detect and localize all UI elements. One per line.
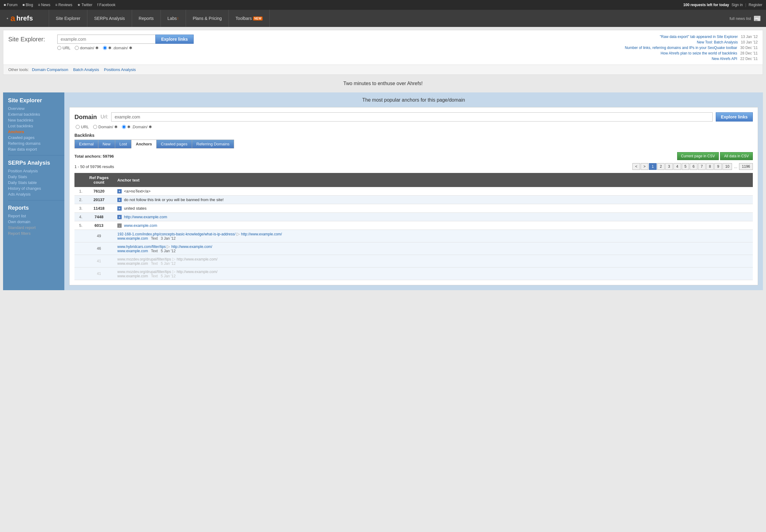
news-link-1[interactable]: "Raw data export" tab appeared in Site E… [660, 35, 738, 39]
page-7[interactable]: 7 [698, 163, 706, 170]
page-5[interactable]: 5 [682, 163, 689, 170]
sub-url-1[interactable]: 192-168-1.com/index.php/concepts-basic-k… [117, 232, 236, 236]
sidebar-item-standard-report[interactable]: Standard report [8, 225, 64, 230]
page-9[interactable]: 9 [714, 163, 722, 170]
sidebar-item-daily-stats[interactable]: Daily Stats [8, 174, 64, 180]
radio-domain[interactable]: domain/ ✱ [75, 46, 99, 50]
nav-toolbars[interactable]: Toolbars NEW [229, 10, 270, 27]
page-1[interactable]: 1 [649, 163, 657, 170]
sub-count-3: 41 [84, 255, 114, 268]
reviews-link[interactable]: ≡ Reviews [55, 3, 72, 7]
nav-serps-analysis[interactable]: SERPs Analysis [87, 10, 132, 27]
page-2[interactable]: 2 [657, 163, 665, 170]
news-link-2[interactable]: New Tool: Batch Analysis [697, 40, 738, 44]
top-bar: ■ Forum ■ Blog ≡ News ≡ Reviews ★ Twitte… [0, 0, 766, 10]
news-link-4[interactable]: How Ahrefs plan to seize the world of ba… [661, 51, 737, 55]
new-badge: NEW [253, 17, 263, 21]
facebook-link[interactable]: f Facebook [97, 3, 115, 7]
expand-btn-3[interactable]: + [117, 206, 122, 211]
expand-btn-2[interactable]: + [117, 198, 122, 202]
sidebar-item-report-list[interactable]: Report list [8, 213, 64, 219]
signin-link[interactable]: Sign in [731, 3, 743, 7]
sidebar-item-position-analysis[interactable]: Position Analysis [8, 168, 64, 174]
tab-external[interactable]: External [74, 140, 98, 148]
expand-btn-5[interactable]: - [117, 223, 122, 228]
nav-site-explorer[interactable]: Site Explorer [49, 10, 87, 27]
sub-url-2[interactable]: www.hybridcars.com/filter/tips [117, 245, 166, 249]
row-ref-4: 7448 [84, 213, 114, 221]
sidebar-item-new-backlinks[interactable]: New backlinks [8, 117, 64, 123]
tab-referring-domains[interactable]: Referring Domains [192, 140, 234, 148]
csv-current-btn[interactable]: Current page in CSV [677, 152, 719, 160]
page-3[interactable]: 3 [665, 163, 673, 170]
se-explore-btn[interactable]: Explore links [155, 35, 194, 44]
sidebar-item-own-domain[interactable]: Own domain [8, 219, 64, 225]
sub-url-3[interactable]: www.mozdev.org/drupal/filter/tips [117, 257, 171, 261]
tab-crawled-pages[interactable]: Crawled pages [156, 140, 192, 148]
radio-domain-star[interactable]: ✱ .domain/ ✱ [103, 46, 132, 50]
sidebar-item-referring-domains[interactable]: Referring domains [8, 140, 64, 146]
sidebar-item-overview[interactable]: Overview [8, 106, 64, 111]
news-link[interactable]: ≡ News [38, 3, 50, 7]
anchor-link-4[interactable]: http://www.example.com [124, 215, 167, 219]
anchor-link-5[interactable]: www.example.com [124, 223, 157, 228]
nav-labs[interactable]: Labs ↑ [161, 10, 186, 27]
blog-link[interactable]: ■ Blog [22, 3, 33, 7]
page-last[interactable]: 1196 [739, 163, 753, 170]
sidebar-item-crawled-pages[interactable]: Crawled pages [8, 135, 64, 140]
se-search-input[interactable] [57, 35, 155, 44]
domain-comparison-link[interactable]: Domain Comparison [32, 67, 68, 72]
full-news-link[interactable]: full news list [730, 16, 751, 21]
tab-lost[interactable]: Lost [115, 140, 131, 148]
se-label: Site Explorer: [8, 35, 57, 43]
page-6[interactable]: 6 [690, 163, 697, 170]
explore-links-btn[interactable]: Explore links [716, 112, 753, 122]
page-8[interactable]: 8 [706, 163, 714, 170]
csv-all-btn[interactable]: All data in CSV [720, 152, 753, 160]
radio-inner-domain[interactable]: Domain/ ✱ [93, 125, 118, 129]
positions-analysis-link[interactable]: Positions Analysis [104, 67, 136, 72]
radio-inner-url[interactable]: URL [76, 125, 89, 129]
page-prev[interactable]: < [633, 163, 640, 170]
news-link-5[interactable]: New Ahrefs API [712, 57, 737, 61]
sub-type-1: Text [149, 236, 160, 241]
twitter-link[interactable]: ★ Twitter [77, 3, 92, 7]
sidebar-item-anchors[interactable]: Anchors [8, 129, 64, 135]
sub-row-2: 46 www.hybridcars.com/filter/tips ▷ http… [74, 242, 753, 255]
news-date-5: 22 Dec '11 [740, 57, 758, 61]
sidebar-item-lost-backlinks[interactable]: Lost backlinks [8, 123, 64, 129]
explorer-box: Domain Url: Explore links URL Domain/ ✱ … [69, 107, 758, 285]
page-next[interactable]: > [641, 163, 648, 170]
register-link[interactable]: Register [749, 3, 762, 7]
nav-reports[interactable]: Reports [132, 10, 161, 27]
pagination-row: 1 - 50 of 59796 results < > 1 2 3 4 5 6 … [74, 163, 753, 170]
nav-plans-pricing[interactable]: Plans & Pricing [186, 10, 229, 27]
expand-btn-1[interactable]: + [117, 189, 122, 193]
main-wrapper: Site Explorer: Explore links URL domain/… [0, 27, 766, 293]
page-10[interactable]: 10 [723, 163, 732, 170]
sidebar-item-report-filters[interactable]: Report filters [8, 230, 64, 236]
nav-right: full news list 📰 [725, 10, 766, 27]
tab-anchors[interactable]: Anchors [131, 140, 156, 148]
tab-new[interactable]: New [98, 140, 115, 148]
sub-url-4[interactable]: www.mozdev.org/drupal/filter/tips [117, 270, 171, 274]
radio-inner-domain-star[interactable]: ✱ .Domain/ ✱ [122, 125, 152, 129]
domain-input[interactable] [111, 112, 713, 122]
expand-btn-4[interactable]: + [117, 215, 122, 219]
sidebar-item-ads-analysis[interactable]: Ads Analysis [8, 191, 64, 197]
news-link-3[interactable]: Number of links, referring domains and I… [625, 46, 737, 50]
news-date-4: 28 Dec '11 [740, 51, 758, 55]
sidebar-item-external-backlinks[interactable]: External backlinks [8, 111, 64, 117]
batch-analysis-link[interactable]: Batch Analysis [73, 67, 99, 72]
sidebar-item-history-changes[interactable]: History of changes [8, 185, 64, 191]
forum-link[interactable]: ■ Forum [4, 3, 17, 7]
radio-url[interactable]: URL [57, 46, 70, 50]
table-row: 4. 7448 + http://www.example.com [74, 213, 753, 221]
top-bar-right: 100 requests left for today Sign in | Re… [683, 3, 762, 7]
page-4[interactable]: 4 [674, 163, 681, 170]
sidebar-item-raw-data-export[interactable]: Raw data export [8, 146, 64, 152]
logo[interactable]: ✦ a hrefs [0, 10, 49, 27]
row-anchor-3: + united states [114, 204, 753, 213]
row-anchor-5: - www.example.com [114, 221, 753, 230]
sidebar-item-daily-stats-table[interactable]: Daily Stats table [8, 180, 64, 185]
